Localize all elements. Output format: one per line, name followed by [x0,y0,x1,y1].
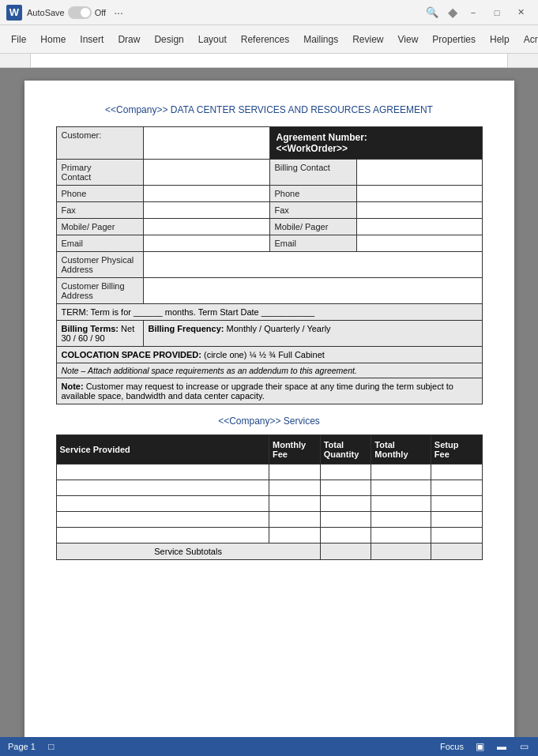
service-cell[interactable] [56,480,269,496]
mobile-left-label: Mobile/ Pager [56,219,143,235]
monthly-fee-cell[interactable] [269,480,321,496]
qty-cell[interactable] [320,528,371,543]
setup-fee-cell[interactable] [431,465,482,480]
table-row: Email Email [56,235,482,252]
view-icon-1[interactable]: ▣ [473,740,486,753]
billing-address-label: Customer Billing Address [56,278,143,304]
total-monthly-cell[interactable] [371,480,431,496]
th-total-quantity: TotalQuantity [320,435,371,465]
customer-label: Customer: [56,127,143,160]
table-row: Phone Phone [56,186,482,202]
qty-cell[interactable] [320,465,371,480]
table-row [56,496,482,512]
autosave-toggle[interactable] [68,6,92,19]
menu-mailings[interactable]: Mailings [297,31,344,48]
physical-address-value[interactable] [143,252,482,278]
search-icon[interactable]: 🔍 [421,4,443,21]
physical-address-label: Customer Physical Address [56,252,143,278]
subtotal-qty [320,543,371,560]
setup-fee-cell[interactable] [431,512,482,528]
term-cell: TERM: Term is for ______ months. Term St… [56,304,482,321]
autosave-label: AutoSave [27,8,65,17]
monthly-fee-cell[interactable] [269,496,321,512]
fax-right-value[interactable] [356,202,482,219]
table-row: Fax Fax [56,202,482,219]
qty-cell[interactable] [320,480,371,496]
ruler-inner [30,54,508,67]
close-button[interactable]: ✕ [510,4,532,21]
note-cell: Note – Attach additional space requireme… [56,363,482,378]
th-total-monthly: TotalMonthly [371,435,431,465]
total-monthly-cell[interactable] [371,496,431,512]
table-row: COLOCATION SPACE PROVIDED: (circle one) … [56,347,482,363]
setup-fee-cell[interactable] [431,528,482,543]
billing-contact-value[interactable] [356,160,482,186]
more-button[interactable]: ··· [114,6,123,19]
menu-insert[interactable]: Insert [73,31,110,48]
table-row: Billing Terms: Net 30 / 60 / 90 Billing … [56,321,482,347]
services-table: Service Provided MonthlyFee TotalQuantit… [56,434,483,560]
billing-terms-label: Billing Terms: [62,324,119,333]
primary-contact-value[interactable] [143,160,269,186]
total-monthly-cell[interactable] [371,528,431,543]
menu-draw[interactable]: Draw [111,31,146,48]
service-cell[interactable] [56,465,269,480]
mobile-left-value[interactable] [143,219,269,235]
phone-right-value[interactable] [356,186,482,202]
service-cell[interactable] [56,512,269,528]
th-setup-fee: SetupFee [431,435,482,465]
page-layout-icon[interactable]: □ [45,740,58,753]
table-header-row: Service Provided MonthlyFee TotalQuantit… [56,435,482,465]
menu-help[interactable]: Help [483,31,516,48]
service-cell[interactable] [56,528,269,543]
autosave-area[interactable]: AutoSave Off [27,6,106,19]
monthly-fee-cell[interactable] [269,528,321,543]
billing-address-value[interactable] [143,278,482,304]
mobile-right-label: Mobile/ Pager [269,219,356,235]
table-row: PrimaryContact Billing Contact [56,160,482,186]
menu-layout[interactable]: Layout [192,31,233,48]
setup-fee-cell[interactable] [431,496,482,512]
menu-view[interactable]: View [392,31,425,48]
menu-home[interactable]: Home [34,31,72,48]
phone-right-label: Phone [269,186,356,202]
subtotal-row: Service Subtotals [56,543,482,560]
menu-file[interactable]: File [5,31,32,48]
view-icon-3[interactable]: ▭ [517,740,530,753]
focus-label[interactable]: Focus [440,740,464,753]
phone-left-value[interactable] [143,186,269,202]
page[interactable]: <<Company>> DATA CENTER SERVICES AND RES… [24,81,514,737]
menu-references[interactable]: References [235,31,295,48]
menu-review[interactable]: Review [346,31,389,48]
table-row: Note: Customer may request to increase o… [56,378,482,404]
subtotal-label: Service Subtotals [56,543,320,560]
mobile-right-value[interactable] [356,219,482,235]
email-left-label: Email [56,235,143,252]
monthly-fee-cell[interactable] [269,512,321,528]
email-right-label: Email [269,235,356,252]
page-number: Page 1 [8,742,36,751]
customer-value[interactable] [143,127,269,160]
email-left-value[interactable] [143,235,269,252]
th-monthly-fee: MonthlyFee [269,435,321,465]
service-cell[interactable] [56,496,269,512]
billing-freq-label: Billing Frequency: [149,324,224,333]
minimize-button[interactable]: − [462,4,484,21]
menu-design[interactable]: Design [148,31,190,48]
view-icon-2[interactable]: ▬ [495,740,508,753]
email-right-value[interactable] [356,235,482,252]
fax-left-value[interactable] [143,202,269,219]
th-service-provided: Service Provided [56,435,269,465]
total-monthly-cell[interactable] [371,465,431,480]
window-controls: − □ ✕ [462,4,532,21]
monthly-fee-cell[interactable] [269,465,321,480]
table-row: Customer Physical Address [56,252,482,278]
total-monthly-cell[interactable] [371,512,431,528]
setup-fee-cell[interactable] [431,480,482,496]
menubar: File Home Insert Draw Design Layout Refe… [0,25,538,54]
restore-button[interactable]: □ [486,4,508,21]
menu-properties[interactable]: Properties [426,31,482,48]
menu-acrobat[interactable]: Acrobat [517,31,538,48]
qty-cell[interactable] [320,512,371,528]
qty-cell[interactable] [320,496,371,512]
